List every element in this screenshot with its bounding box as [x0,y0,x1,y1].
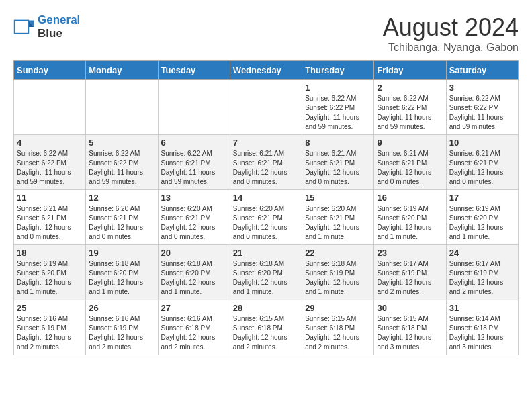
day-number: 24 [449,248,515,258]
day-number: 15 [305,193,371,203]
day-number: 1 [305,83,371,93]
calendar-week-3: 11Sunrise: 6:21 AM Sunset: 6:21 PM Dayli… [14,190,519,245]
day-number: 25 [17,303,83,313]
calendar-cell: 16Sunrise: 6:19 AM Sunset: 6:20 PM Dayli… [374,190,446,245]
day-number: 5 [89,138,154,148]
calendar-cell: 26Sunrise: 6:16 AM Sunset: 6:19 PM Dayli… [86,300,158,355]
calendar-cell: 14Sunrise: 6:20 AM Sunset: 6:21 PM Dayli… [230,190,302,245]
day-info: Sunrise: 6:21 AM Sunset: 6:21 PM Dayligh… [17,204,83,242]
day-number: 27 [161,303,227,313]
day-info: Sunrise: 6:16 AM Sunset: 6:19 PM Dayligh… [17,314,83,352]
day-info: Sunrise: 6:16 AM Sunset: 6:18 PM Dayligh… [161,314,227,352]
calendar-week-4: 18Sunrise: 6:19 AM Sunset: 6:20 PM Dayli… [14,245,519,300]
location: Tchibanga, Nyanga, Gabon [383,42,519,54]
day-info: Sunrise: 6:19 AM Sunset: 6:20 PM Dayligh… [449,204,515,242]
calendar-cell: 22Sunrise: 6:18 AM Sunset: 6:19 PM Dayli… [302,245,374,300]
calendar-cell: 20Sunrise: 6:18 AM Sunset: 6:20 PM Dayli… [158,245,230,300]
calendar-cell: 6Sunrise: 6:22 AM Sunset: 6:21 PM Daylig… [158,135,230,190]
calendar-cell: 11Sunrise: 6:21 AM Sunset: 6:21 PM Dayli… [14,190,86,245]
day-number: 14 [233,193,299,203]
calendar-cell: 1Sunrise: 6:22 AM Sunset: 6:22 PM Daylig… [302,80,374,135]
calendar-cell: 21Sunrise: 6:18 AM Sunset: 6:20 PM Dayli… [230,245,302,300]
calendar-cell: 5Sunrise: 6:22 AM Sunset: 6:22 PM Daylig… [86,135,158,190]
calendar-cell: 2Sunrise: 6:22 AM Sunset: 6:22 PM Daylig… [374,80,446,135]
col-wednesday: Wednesday [230,61,302,80]
logo-line1: General [38,13,80,26]
day-number: 28 [233,303,299,313]
calendar-cell [158,80,230,135]
calendar-cell: 27Sunrise: 6:16 AM Sunset: 6:18 PM Dayli… [158,300,230,355]
day-number: 31 [449,303,515,313]
day-number: 19 [89,248,154,258]
day-number: 4 [17,138,83,148]
calendar-cell: 23Sunrise: 6:17 AM Sunset: 6:19 PM Dayli… [374,245,446,300]
calendar-table: Sunday Monday Tuesday Wednesday Thursday… [13,60,519,355]
calendar-cell: 31Sunrise: 6:14 AM Sunset: 6:18 PM Dayli… [446,300,518,355]
calendar-cell: 29Sunrise: 6:15 AM Sunset: 6:18 PM Dayli… [302,300,374,355]
calendar-cell: 19Sunrise: 6:18 AM Sunset: 6:20 PM Dayli… [86,245,158,300]
day-info: Sunrise: 6:21 AM Sunset: 6:21 PM Dayligh… [377,149,443,187]
day-info: Sunrise: 6:22 AM Sunset: 6:21 PM Dayligh… [161,149,227,187]
day-info: Sunrise: 6:18 AM Sunset: 6:20 PM Dayligh… [161,259,227,297]
day-info: Sunrise: 6:21 AM Sunset: 6:21 PM Dayligh… [233,149,299,187]
day-info: Sunrise: 6:18 AM Sunset: 6:20 PM Dayligh… [89,259,154,297]
day-info: Sunrise: 6:20 AM Sunset: 6:21 PM Dayligh… [161,204,227,242]
day-number: 8 [305,138,371,148]
day-number: 9 [377,138,443,148]
day-number: 16 [377,193,443,203]
day-info: Sunrise: 6:18 AM Sunset: 6:20 PM Dayligh… [233,259,299,297]
calendar-cell: 8Sunrise: 6:21 AM Sunset: 6:21 PM Daylig… [302,135,374,190]
calendar-week-5: 25Sunrise: 6:16 AM Sunset: 6:19 PM Dayli… [14,300,519,355]
day-info: Sunrise: 6:21 AM Sunset: 6:21 PM Dayligh… [449,149,515,187]
logo: General Blue [13,13,80,40]
day-number: 26 [89,303,154,313]
calendar-cell: 17Sunrise: 6:19 AM Sunset: 6:20 PM Dayli… [446,190,518,245]
day-info: Sunrise: 6:15 AM Sunset: 6:18 PM Dayligh… [377,314,443,352]
day-number: 3 [449,83,515,93]
day-info: Sunrise: 6:22 AM Sunset: 6:22 PM Dayligh… [449,94,515,132]
page-header: General Blue August 2024 Tchibanga, Nyan… [13,13,519,54]
day-info: Sunrise: 6:17 AM Sunset: 6:19 PM Dayligh… [377,259,443,297]
calendar-cell: 4Sunrise: 6:22 AM Sunset: 6:22 PM Daylig… [14,135,86,190]
calendar-cell: 3Sunrise: 6:22 AM Sunset: 6:22 PM Daylig… [446,80,518,135]
day-number: 18 [17,248,83,258]
day-info: Sunrise: 6:20 AM Sunset: 6:21 PM Dayligh… [305,204,371,242]
day-number: 21 [233,248,299,258]
calendar-cell: 10Sunrise: 6:21 AM Sunset: 6:21 PM Dayli… [446,135,518,190]
day-info: Sunrise: 6:15 AM Sunset: 6:18 PM Dayligh… [305,314,371,352]
day-number: 23 [377,248,443,258]
calendar-cell: 9Sunrise: 6:21 AM Sunset: 6:21 PM Daylig… [374,135,446,190]
col-thursday: Thursday [302,61,374,80]
day-info: Sunrise: 6:19 AM Sunset: 6:20 PM Dayligh… [377,204,443,242]
day-info: Sunrise: 6:22 AM Sunset: 6:22 PM Dayligh… [89,149,154,187]
calendar-cell: 18Sunrise: 6:19 AM Sunset: 6:20 PM Dayli… [14,245,86,300]
col-saturday: Saturday [446,61,518,80]
day-info: Sunrise: 6:22 AM Sunset: 6:22 PM Dayligh… [377,94,443,132]
col-friday: Friday [374,61,446,80]
calendar-body: 1Sunrise: 6:22 AM Sunset: 6:22 PM Daylig… [14,80,519,355]
day-number: 11 [17,193,83,203]
day-info: Sunrise: 6:20 AM Sunset: 6:21 PM Dayligh… [233,204,299,242]
day-number: 7 [233,138,299,148]
calendar-cell: 28Sunrise: 6:15 AM Sunset: 6:18 PM Dayli… [230,300,302,355]
day-info: Sunrise: 6:22 AM Sunset: 6:22 PM Dayligh… [17,149,83,187]
day-info: Sunrise: 6:14 AM Sunset: 6:18 PM Dayligh… [449,314,515,352]
day-number: 22 [305,248,371,258]
day-number: 12 [89,193,154,203]
logo-line2: Blue [38,27,62,40]
day-info: Sunrise: 6:15 AM Sunset: 6:18 PM Dayligh… [233,314,299,352]
calendar-week-2: 4Sunrise: 6:22 AM Sunset: 6:22 PM Daylig… [14,135,519,190]
calendar-cell: 25Sunrise: 6:16 AM Sunset: 6:19 PM Dayli… [14,300,86,355]
day-info: Sunrise: 6:22 AM Sunset: 6:22 PM Dayligh… [305,94,371,132]
col-monday: Monday [86,61,158,80]
calendar-cell: 15Sunrise: 6:20 AM Sunset: 6:21 PM Dayli… [302,190,374,245]
day-number: 6 [161,138,227,148]
day-number: 29 [305,303,371,313]
day-number: 2 [377,83,443,93]
month-title: August 2024 [383,13,519,42]
calendar-cell [14,80,86,135]
day-number: 30 [377,303,443,313]
day-info: Sunrise: 6:21 AM Sunset: 6:21 PM Dayligh… [305,149,371,187]
day-number: 13 [161,193,227,203]
title-block: August 2024 Tchibanga, Nyanga, Gabon [383,13,519,54]
